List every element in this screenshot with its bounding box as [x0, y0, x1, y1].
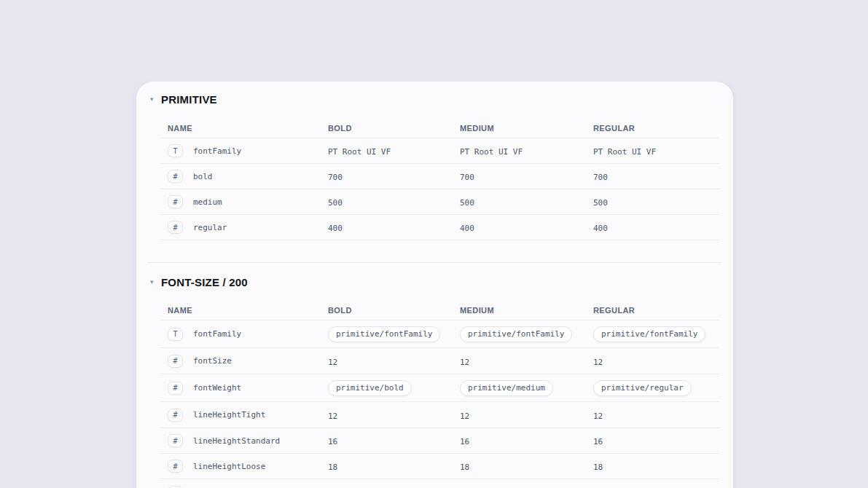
token-name: fontWeight — [193, 383, 241, 393]
column-header-bold: BOLD — [328, 306, 460, 320]
table-row: T fontFamily primitive/fontFamily primit… — [160, 320, 719, 348]
token-name: medium — [193, 197, 222, 207]
token-name: lineHeightStandard — [193, 436, 280, 446]
token-alias-pill[interactable]: primitive/bold — [328, 380, 412, 396]
tokens-table-font-size: NAME BOLD MEDIUM REGULAR T fontFamily pr… — [160, 302, 719, 488]
number-type-icon: # — [168, 486, 183, 488]
token-name: lineHeightTight — [193, 410, 265, 420]
number-type-icon: # — [168, 460, 183, 473]
token-alias-pill[interactable]: primitive/fontFamily — [460, 326, 572, 342]
token-name: bold — [193, 172, 213, 181]
token-value-regular: 18 — [593, 463, 603, 472]
table-row: # regular 400 400 400 — [160, 215, 719, 240]
token-value-regular: PT Root UI VF — [593, 147, 656, 157]
token-value-regular: 700 — [593, 173, 608, 182]
text-type-icon: T — [168, 144, 183, 157]
token-value-bold: 12 — [328, 412, 337, 421]
table-header-row: NAME BOLD MEDIUM REGULAR — [160, 302, 719, 320]
token-value-medium: 18 — [460, 463, 469, 472]
token-value-regular: 400 — [593, 224, 608, 233]
token-value-bold: 400 — [328, 224, 343, 233]
column-header-medium: MEDIUM — [460, 306, 593, 320]
token-name: regular — [193, 223, 227, 232]
token-alias-pill[interactable]: primitive/medium — [460, 380, 553, 396]
section-primitive: ▾ PRIMITIVE NAME BOLD MEDIUM REGULAR T f… — [136, 93, 733, 240]
token-value-medium: 500 — [460, 198, 474, 208]
number-type-icon: # — [168, 409, 183, 422]
section-title: FONT-SIZE / 200 — [161, 276, 248, 288]
token-name: fontSize — [193, 356, 232, 366]
token-value-bold: 16 — [328, 437, 337, 446]
token-value-medium: 16 — [460, 437, 469, 446]
token-value-medium: 12 — [460, 412, 469, 421]
table-row: # lineHeightStandard 16 16 16 — [160, 428, 719, 454]
token-value-medium: 12 — [460, 358, 469, 367]
token-name: fontFamily — [193, 329, 241, 339]
section-header: ▾ PRIMITIVE — [150, 93, 733, 106]
design-tokens-panel: ▾ PRIMITIVE NAME BOLD MEDIUM REGULAR T f… — [136, 82, 733, 488]
number-type-icon: # — [168, 355, 183, 368]
token-value-regular: 12 — [593, 358, 603, 367]
token-value-bold: 18 — [328, 463, 337, 472]
collapse-caret-icon[interactable]: ▾ — [150, 93, 161, 106]
text-type-icon: T — [168, 328, 183, 341]
table-row: # bold 700 700 700 — [160, 164, 719, 189]
table-row: T fontFamily PT Root UI VF PT Root UI VF… — [160, 138, 719, 164]
token-value-regular: 500 — [593, 198, 608, 208]
token-value-medium: 700 — [460, 173, 474, 182]
collapse-caret-icon[interactable]: ▾ — [150, 276, 161, 288]
table-row: # fontWeight primitive/bold primitive/me… — [160, 374, 719, 402]
column-header-regular: REGULAR — [593, 306, 719, 320]
table-row: # 20 20 20 — [160, 479, 719, 488]
table-row: # lineHeightLoose 18 18 18 — [160, 454, 719, 479]
column-header-name: NAME — [160, 124, 328, 138]
section-font-size-200: ▾ FONT-SIZE / 200 NAME BOLD MEDIUM REGUL… — [136, 276, 733, 488]
section-header: ▾ FONT-SIZE / 200 — [150, 276, 733, 288]
tokens-table-primitive: NAME BOLD MEDIUM REGULAR T fontFamily PT… — [160, 120, 719, 240]
column-header-regular: REGULAR — [593, 124, 719, 138]
token-value-regular: 16 — [593, 437, 603, 446]
column-header-medium: MEDIUM — [460, 124, 593, 138]
table-row: # fontSize 12 12 12 — [160, 348, 719, 374]
token-alias-pill[interactable]: primitive/fontFamily — [593, 326, 705, 342]
token-alias-pill[interactable]: primitive/regular — [593, 380, 692, 396]
token-value-bold: 12 — [328, 358, 337, 367]
table-row: # lineHeightTight 12 12 12 — [160, 402, 719, 428]
table-header-row: NAME BOLD MEDIUM REGULAR — [160, 120, 719, 138]
number-type-icon: # — [168, 195, 183, 208]
section-divider — [148, 262, 722, 263]
token-name: lineHeightLoose — [193, 462, 265, 471]
column-header-bold: BOLD — [328, 124, 460, 138]
token-value-medium: PT Root UI VF — [460, 147, 523, 157]
token-name: fontFamily — [193, 146, 241, 156]
token-value-bold: 500 — [328, 198, 343, 208]
table-row: # medium 500 500 500 — [160, 189, 719, 215]
column-header-name: NAME — [160, 306, 328, 320]
token-value-regular: 12 — [593, 412, 603, 421]
number-type-icon: # — [168, 170, 183, 183]
token-value-medium: 400 — [460, 224, 474, 233]
number-type-icon: # — [168, 221, 183, 234]
number-type-icon: # — [168, 434, 183, 447]
section-title: PRIMITIVE — [161, 93, 217, 106]
token-value-bold: 700 — [328, 173, 343, 182]
token-value-bold: PT Root UI VF — [328, 147, 391, 157]
number-type-icon: # — [168, 382, 183, 395]
token-alias-pill[interactable]: primitive/fontFamily — [328, 326, 440, 342]
